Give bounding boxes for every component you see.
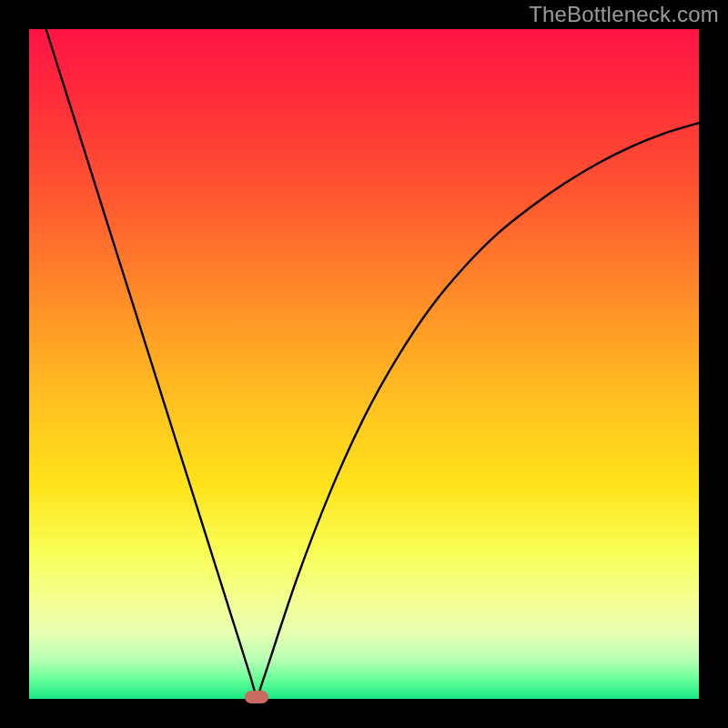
- watermark-label: TheBottleneck.com: [529, 2, 719, 27]
- optimum-marker: [245, 691, 268, 703]
- chart-svg: [29, 29, 699, 699]
- bottleneck-curve: [29, 0, 699, 696]
- plot-area: [29, 29, 699, 699]
- chart-frame: TheBottleneck.com: [0, 0, 728, 728]
